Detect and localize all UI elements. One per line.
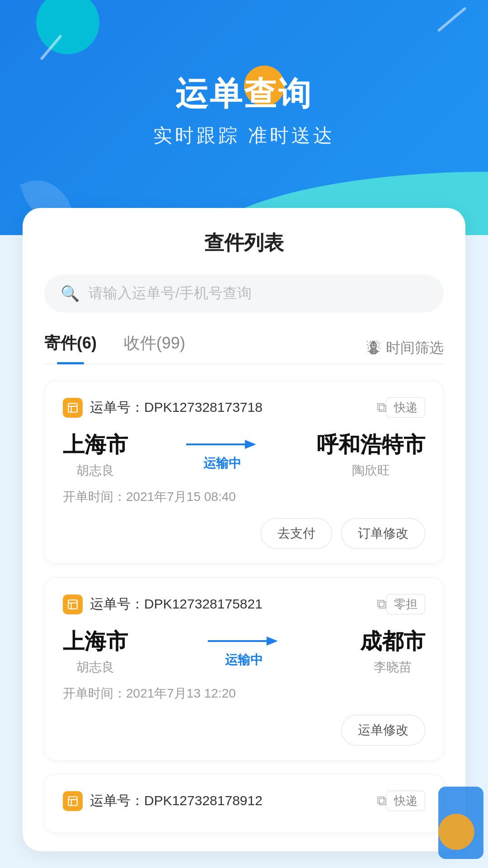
shipment-time-1: 开单时间：2021年7月15 08:40 — [63, 488, 425, 505]
search-bar[interactable]: 🔍 请输入运单号/手机号查询 — [44, 274, 444, 312]
filter-label: 时间筛选 — [386, 338, 444, 358]
copy-icon-1[interactable]: ⧉ — [377, 400, 386, 415]
tab-sent[interactable]: 寄件(6) — [44, 332, 97, 363]
type-badge-3: 快递 — [386, 791, 425, 811]
pay-button-1[interactable]: 去支付 — [261, 518, 332, 549]
shipment-header-1: 运单号：DPK127328173718 ⧉ 快递 — [63, 397, 425, 418]
hero-subtitle: 实时跟踪 准时送达 — [0, 123, 488, 148]
copy-icon-2[interactable]: ⧉ — [377, 596, 386, 612]
tabs-row: 寄件(6) 收件(99) ⛇ 时间筛选 — [44, 332, 444, 364]
action-row-2: 运单修改 — [63, 715, 425, 745]
modify-button-1[interactable]: 订单修改 — [341, 518, 425, 549]
type-badge-2: 零担 — [386, 594, 425, 614]
order-number-2: 运单号：DPK127328175821 — [90, 595, 372, 613]
order-icon-2 — [63, 594, 83, 614]
shipment-header-3: 运单号：DPK127328178912 ⧉ 快递 — [63, 791, 425, 811]
shipment-header-2: 运单号：DPK127328175821 ⧉ 零担 — [63, 594, 425, 614]
deco-arrow-top-right — [437, 7, 466, 32]
shipment-card-1: 运单号：DPK127328173718 ⧉ 快递 上海市 胡志良 运输中 — [44, 381, 444, 564]
svg-rect-5 — [68, 600, 77, 609]
search-icon: 🔍 — [61, 284, 80, 302]
main-card: 查件列表 🔍 请输入运单号/手机号查询 寄件(6) 收件(99) ⛇ 时间筛选 — [23, 208, 465, 851]
svg-marker-9 — [267, 637, 278, 646]
svg-rect-0 — [68, 403, 77, 412]
copy-icon-3[interactable]: ⧉ — [377, 793, 386, 809]
order-icon-3 — [63, 791, 83, 811]
shipment-time-2: 开单时间：2021年7月13 12:20 — [63, 685, 425, 702]
action-row-1: 去支付 订单修改 — [63, 518, 425, 549]
order-number-1: 运单号：DPK127328173718 — [90, 398, 372, 417]
hero-title: 运单查询 — [0, 72, 488, 116]
route-arrow-1: 运输中 — [137, 438, 308, 472]
to-city-1: 呼和浩特市 陶欣旺 — [317, 430, 425, 479]
route-row-1: 上海市 胡志良 运输中 呼和浩特市 陶欣旺 — [63, 430, 425, 479]
to-city-2: 成都市 李晓苗 — [360, 627, 425, 676]
tab-received[interactable]: 收件(99) — [124, 332, 185, 363]
route-arrow-2: 运输中 — [137, 634, 351, 669]
route-row-2: 上海市 胡志良 运输中 成都市 李晓苗 — [63, 627, 425, 676]
shipment-card-3: 运单号：DPK127328178912 ⧉ 快递 — [44, 774, 444, 833]
search-placeholder: 请输入运单号/手机号查询 — [89, 283, 252, 303]
from-city-2: 上海市 胡志良 — [63, 627, 128, 676]
deco-circle-teal — [36, 0, 99, 54]
modify-order-button-2[interactable]: 运单修改 — [341, 715, 425, 745]
deco-circle-yellow-bottom — [438, 814, 474, 850]
time-filter[interactable]: ⛇ 时间筛选 — [367, 338, 444, 358]
filter-icon: ⛇ — [367, 340, 380, 356]
svg-rect-10 — [68, 797, 77, 806]
from-city-1: 上海市 胡志良 — [63, 430, 128, 479]
card-title: 查件列表 — [44, 230, 444, 256]
content-area: 查件列表 🔍 请输入运单号/手机号查询 寄件(6) 收件(99) ⛇ 时间筛选 — [0, 235, 488, 868]
shipment-card-2: 运单号：DPK127328175821 ⧉ 零担 上海市 胡志良 运输中 — [44, 577, 444, 760]
type-badge-1: 快递 — [386, 397, 425, 418]
order-number-3: 运单号：DPK127328178912 — [90, 792, 372, 810]
svg-marker-4 — [245, 440, 256, 449]
order-icon-1 — [63, 398, 83, 418]
